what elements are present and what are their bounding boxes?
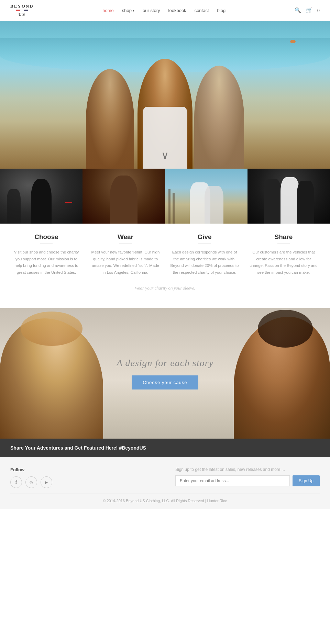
feature-item-share: Share Our customers are the vehicles tha… (244, 233, 323, 276)
footer-signup-label: Sign up to get the latest on sales, new … (175, 467, 320, 472)
nav-link-shop[interactable]: shop (122, 8, 132, 13)
cart-icon[interactable]: 🛒 (306, 7, 312, 13)
banner-content: A design for each story Choose your caus… (0, 308, 330, 439)
feature-image-3 (165, 169, 248, 224)
footer-follow-label: Follow (10, 467, 52, 472)
facebook-icon[interactable]: f (10, 476, 22, 488)
feature-title-give: Give (170, 233, 239, 241)
logo-flag (16, 10, 28, 11)
nav-link-lookbook[interactable]: lookbook (168, 8, 186, 13)
footer: Follow f ◎ ▶ Sign up to get the latest o… (0, 457, 330, 509)
feature-desc-share: Our customers are the vehicles that crea… (249, 249, 318, 276)
features-tagline: Wear your charity on your sleeve. (0, 279, 330, 308)
feature-image-1 (0, 169, 82, 224)
feature-divider-give (198, 244, 211, 244)
feature-image-2 (82, 169, 165, 224)
hero-person-right (194, 66, 244, 169)
hero-person-left (86, 69, 134, 169)
feature-desc-choose: Visit our shop and choose the charity yo… (12, 249, 81, 276)
features-section: Choose Visit our shop and choose the cha… (0, 169, 330, 308)
navbar: BEYOND US home shop ▾ our story lookbook… (0, 0, 330, 21)
feature-divider-share (277, 244, 290, 244)
nav-link-home[interactable]: home (102, 8, 114, 13)
feature-item-give: Give Each design corresponds with one of… (165, 233, 244, 276)
footer-top: Follow f ◎ ▶ Sign up to get the latest o… (10, 467, 320, 488)
nav-item-shop[interactable]: shop ▾ (122, 8, 134, 13)
middle-banner: A design for each story Choose your caus… (0, 308, 330, 439)
nav-item-lookbook[interactable]: lookbook (168, 7, 186, 13)
hero-section: ∨ (0, 21, 330, 169)
nav-item-home[interactable]: home (102, 7, 114, 13)
instagram-icon[interactable]: ◎ (25, 476, 37, 488)
feature-item-wear: Wear Meet your new favorite t-shirt. Our… (86, 233, 165, 276)
nav-item-blog[interactable]: blog (217, 7, 226, 13)
feature-title-share: Share (249, 233, 318, 241)
nav-link-blog[interactable]: blog (217, 8, 226, 13)
footer-social-row: f ◎ ▶ (10, 476, 52, 488)
footer-left: Follow f ◎ ▶ (10, 467, 52, 488)
hero-chevron[interactable]: ∨ (161, 149, 169, 161)
footer-email-row: Sign Up (175, 475, 320, 486)
features-grid: Choose Visit our shop and choose the cha… (0, 224, 330, 279)
nav-links: home shop ▾ our story lookbook contact b… (102, 7, 226, 13)
footer-right: Sign up to get the latest on sales, new … (175, 467, 320, 486)
nav-item-contact[interactable]: contact (195, 7, 209, 13)
feature-title-wear: Wear (91, 233, 160, 241)
nav-link-ourstory[interactable]: our story (143, 8, 160, 13)
hashtag-bar: Share Your Adventures and Get Featured H… (0, 439, 330, 457)
footer-email-input[interactable] (175, 475, 290, 486)
feature-desc-wear: Meet your new favorite t-shirt. Our high… (91, 249, 160, 276)
cart-count: 0 (317, 8, 320, 13)
footer-signup-button[interactable]: Sign Up (293, 475, 320, 486)
feature-divider-choose (40, 244, 53, 244)
youtube-icon[interactable]: ▶ (41, 476, 52, 488)
nav-right: 🔍 🛒 0 (295, 7, 320, 13)
banner-title: A design for each story (117, 358, 213, 369)
feature-desc-give: Each design corresponds with one of the … (170, 249, 239, 276)
shop-dropdown-icon[interactable]: ▾ (133, 9, 134, 12)
feature-divider-wear (119, 244, 132, 244)
hero-buoy (290, 40, 296, 43)
nav-logo: BEYOND US (10, 3, 34, 17)
logo-text-beyond: BEYOND (10, 3, 34, 9)
hashtag-text: Share Your Adventures and Get Featured H… (10, 445, 146, 451)
feature-images-row (0, 169, 330, 224)
feature-title-choose: Choose (12, 233, 81, 241)
search-icon[interactable]: 🔍 (295, 7, 301, 13)
nav-item-ourstory[interactable]: our story (143, 8, 160, 13)
feature-item-choose: Choose Visit our shop and choose the cha… (7, 233, 86, 276)
nav-link-contact[interactable]: contact (195, 8, 209, 13)
feature-image-4 (248, 169, 330, 224)
choose-cause-button[interactable]: Choose your cause (132, 375, 198, 389)
logo-text-us: US (10, 12, 34, 17)
footer-copyright: © 2014-2016 Beyond US Clothing, LLC. All… (10, 494, 320, 503)
